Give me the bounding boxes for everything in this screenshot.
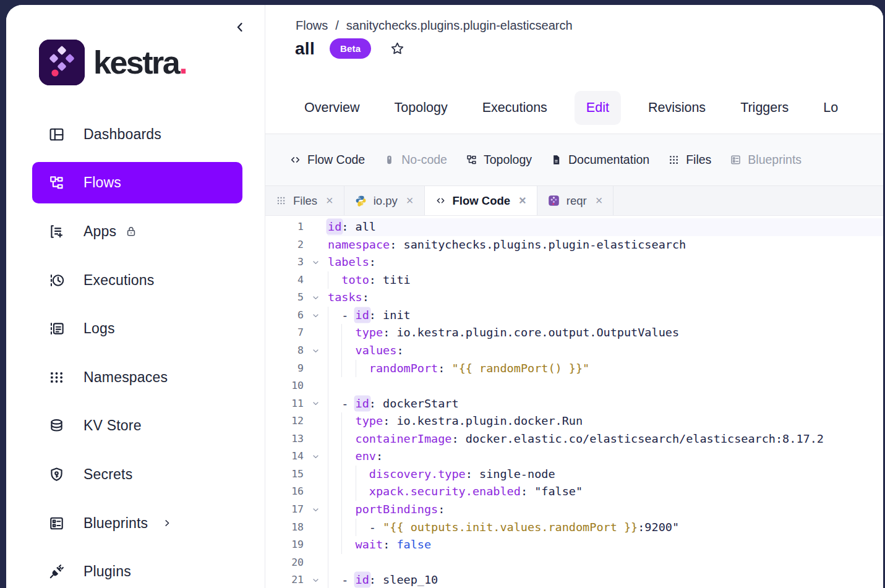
toolbar-topology[interactable]: Topology — [466, 153, 532, 167]
sidebar-item-label: Logs — [83, 320, 115, 337]
code-line-content: toto: titi — [328, 271, 883, 289]
chevR-icon — [161, 518, 173, 529]
fold-chevron-icon[interactable] — [304, 342, 328, 360]
indent-guide — [328, 360, 328, 378]
editor-tab-flow-code[interactable]: Flow Code× — [425, 186, 537, 216]
fold-chevron-icon[interactable] — [304, 395, 328, 413]
sidebar-item-secrets[interactable]: Secrets — [6, 450, 265, 499]
code-line-19[interactable]: 19 wait: false — [265, 536, 883, 554]
kestra-icon — [548, 195, 560, 207]
namespaces-icon — [48, 369, 65, 386]
collapse-sidebar-icon[interactable] — [233, 20, 247, 35]
tab-triggers[interactable]: Triggers — [740, 100, 789, 116]
toolbar-blueprints[interactable]: Blueprints — [730, 153, 802, 167]
fold-gutter — [304, 236, 328, 254]
tab-edit[interactable]: Edit — [575, 91, 621, 125]
toolbar-documentation[interactable]: Documentation — [550, 153, 649, 167]
code-editor[interactable]: 1id: all2namespace: sanitychecks.plugins… — [265, 216, 883, 588]
fold-gutter — [304, 324, 328, 342]
code-line-10[interactable]: 10 — [265, 377, 883, 395]
beta-badge: Beta — [330, 38, 371, 59]
fold-gutter — [304, 466, 328, 484]
indent-guide — [356, 483, 356, 501]
tab-topology[interactable]: Topology — [395, 100, 448, 116]
code-line-8[interactable]: 8 values: — [265, 342, 883, 360]
fold-chevron-icon[interactable] — [304, 501, 328, 519]
sidebar-item-plugins[interactable]: Plugins — [6, 547, 265, 588]
indent-guide — [341, 342, 342, 360]
sidebar-item-blueprints[interactable]: Blueprints — [6, 499, 265, 548]
indent-guide — [328, 342, 328, 360]
blueprints-icon — [48, 515, 65, 532]
code-line-6[interactable]: 6 - id: init — [265, 307, 883, 325]
editor-tab-io-py[interactable]: io.py× — [344, 186, 425, 215]
fold-chevron-icon[interactable] — [304, 448, 328, 466]
code-line-21[interactable]: 21 - id: sleep_10 — [265, 571, 883, 588]
indent-guide — [341, 519, 342, 537]
blueprint-icon — [730, 154, 742, 166]
indent-guide — [328, 307, 328, 325]
close-icon[interactable]: × — [326, 194, 333, 208]
sidebar-item-label: Blueprints — [83, 515, 148, 532]
indent-guide — [328, 412, 328, 430]
close-icon[interactable]: × — [406, 194, 414, 208]
code-line-1[interactable]: 1id: all — [265, 218, 883, 236]
sidebar-item-logs[interactable]: Logs — [6, 304, 265, 353]
sidebar-item-namespaces[interactable]: Namespaces — [6, 353, 265, 402]
line-number: 10 — [265, 377, 304, 395]
code-line-18[interactable]: 18 - "{{ outputs.init.values.randomPort … — [265, 519, 883, 537]
logo-dot: . — [179, 45, 186, 80]
code-line-9[interactable]: 9 randomPort: "{{ randomPort() }}" — [265, 360, 883, 378]
code-line-13[interactable]: 13 containerImage: docker.elastic.co/ela… — [265, 430, 883, 448]
indent-guide — [356, 519, 356, 537]
breadcrumb-root[interactable]: Flows — [296, 19, 328, 33]
fold-chevron-icon[interactable] — [304, 571, 328, 588]
line-number: 16 — [265, 483, 304, 501]
tab-lo[interactable]: Lo — [823, 100, 838, 116]
sidebar-item-flows[interactable]: Flows — [32, 162, 242, 203]
fold-gutter — [304, 271, 328, 289]
tab-revisions[interactable]: Revisions — [648, 100, 706, 116]
editor-tab-files[interactable]: Files× — [265, 186, 344, 215]
toolbar-no-code[interactable]: No-code — [383, 153, 447, 167]
fold-chevron-icon[interactable] — [304, 254, 328, 271]
code-line-14[interactable]: 14 env: — [265, 448, 883, 466]
tab-overview[interactable]: Overview — [304, 100, 360, 116]
close-icon[interactable]: × — [596, 194, 603, 208]
sidebar-item-dashboards[interactable]: Dashboards — [6, 110, 265, 159]
kestra-logo: kestra. — [39, 40, 186, 85]
code-line-2[interactable]: 2namespace: sanitychecks.plugins.plugin-… — [265, 236, 883, 254]
breadcrumb-path[interactable]: sanitychecks.plugins.plugin-elasticsearc… — [346, 19, 573, 33]
code-line-7[interactable]: 7 type: io.kestra.plugin.core.output.Out… — [265, 324, 883, 342]
code-line-15[interactable]: 15 discovery.type: single-node — [265, 466, 883, 484]
editor-tab-reqr[interactable]: reqr× — [537, 186, 614, 215]
code-line-20[interactable]: 20 — [265, 554, 883, 572]
lock-icon — [125, 225, 137, 237]
code-line-11[interactable]: 11 - id: dockerStart — [265, 395, 883, 413]
code-line-16[interactable]: 16 xpack.security.enabled: "false" — [265, 483, 883, 501]
sidebar-item-label: Flows — [83, 174, 121, 191]
code-line-17[interactable]: 17 portBindings: — [265, 501, 883, 519]
editor-tab-label: reqr — [566, 194, 587, 208]
code-line-3[interactable]: 3labels: — [265, 254, 883, 271]
fold-chevron-icon[interactable] — [304, 307, 328, 325]
sidebar-item-apps[interactable]: Apps — [6, 207, 265, 256]
sidebar-item-executions[interactable]: Executions — [6, 256, 265, 305]
toolbar-files[interactable]: Files — [668, 153, 711, 167]
fold-chevron-icon[interactable] — [304, 289, 328, 307]
toolbar-flow-code[interactable]: Flow Code — [289, 153, 365, 167]
indent-guide — [328, 536, 328, 554]
page-title: all — [295, 39, 315, 59]
code-line-12[interactable]: 12 type: io.kestra.plugin.docker.Run — [265, 412, 883, 430]
star-icon[interactable] — [390, 41, 405, 56]
code-line-content: - id: dockerStart — [328, 395, 883, 413]
editor-toolbar: Flow CodeNo-codeTopologyDocumentationFil… — [265, 134, 883, 186]
tab-executions[interactable]: Executions — [482, 100, 547, 116]
code-line-5[interactable]: 5tasks: — [265, 289, 883, 307]
indent-guide — [328, 519, 328, 537]
close-icon[interactable]: × — [519, 194, 526, 208]
code-line-content: wait: false — [328, 536, 883, 554]
sidebar-item-kv-store[interactable]: KV Store — [6, 402, 265, 451]
page-tabs: OverviewTopologyExecutionsEditRevisionsT… — [265, 82, 883, 134]
code-line-4[interactable]: 4 toto: titi — [265, 271, 883, 289]
